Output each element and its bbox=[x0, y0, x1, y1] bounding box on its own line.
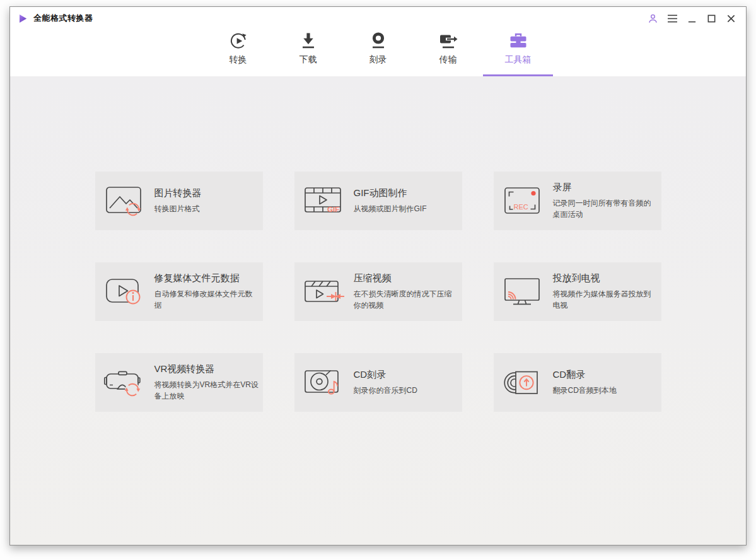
cd-burn-icon bbox=[303, 365, 348, 401]
tool-card-title: 图片转换器 bbox=[154, 187, 259, 199]
app-title: 全能格式转换器 bbox=[33, 13, 93, 24]
tab-download[interactable]: 下载 bbox=[273, 30, 343, 76]
tool-card-cast-to-tv[interactable]: 投放到电视 将视频作为媒体服务器投放到电视 bbox=[494, 262, 661, 321]
tool-card-title: VR视频转换器 bbox=[154, 363, 259, 375]
tool-card-description: 将视频转换为VR格式并在VR设备上放映 bbox=[154, 380, 259, 402]
tab-burn[interactable]: 刻录 bbox=[343, 30, 413, 76]
svg-text:REC: REC bbox=[513, 202, 528, 210]
gif-maker-icon: GIF bbox=[303, 183, 348, 219]
tab-toolbox[interactable]: 工具箱 bbox=[483, 30, 553, 76]
tab-convert[interactable]: 转换 bbox=[203, 30, 273, 76]
tool-card-title: 压缩视频 bbox=[354, 272, 458, 284]
cast-to-tv-icon bbox=[502, 274, 547, 310]
tab-transfer[interactable]: 传输 bbox=[413, 30, 483, 76]
tool-card-cd-burner[interactable]: CD刻录 刻录你的音乐到CD bbox=[294, 353, 462, 412]
transfer-icon bbox=[438, 31, 458, 51]
tool-card-description: 将视频作为媒体服务器投放到电视 bbox=[553, 289, 658, 311]
tool-card-description: 自动修复和修改媒体文件元数据 bbox=[154, 289, 259, 311]
tool-card-description: 转换图片格式 bbox=[154, 204, 259, 214]
tool-card-cd-ripper[interactable]: CD翻录 翻录CD音频到本地 bbox=[494, 353, 661, 412]
maximize-icon[interactable] bbox=[705, 12, 718, 25]
app-logo-icon bbox=[18, 13, 28, 24]
tool-card-description: 在不损失清晰度的情况下压缩你的视频 bbox=[354, 289, 458, 311]
titlebar: 全能格式转换器 bbox=[10, 7, 746, 30]
tool-card-fix-metadata[interactable]: 修复媒体文件元数据 自动修复和修改媒体文件元数据 bbox=[95, 262, 263, 321]
tool-card-title: CD刻录 bbox=[354, 369, 458, 381]
svg-text:GIF: GIF bbox=[327, 205, 339, 213]
menu-icon[interactable] bbox=[666, 12, 678, 25]
tool-card-title: 录屏 bbox=[553, 182, 658, 194]
tool-card-video-compressor[interactable]: 压缩视频 在不损失清晰度的情况下压缩你的视频 bbox=[294, 262, 462, 321]
download-icon bbox=[298, 31, 318, 51]
tool-card-gif-maker[interactable]: GIF GIF动图制作 从视频或图片制作GIF bbox=[294, 172, 462, 230]
toolbox-icon bbox=[508, 31, 528, 51]
tool-card-title: CD翻录 bbox=[553, 369, 658, 381]
burn-icon bbox=[368, 31, 388, 51]
app-window: 全能格式转换器 转换 下载 刻录 传输 bbox=[9, 6, 747, 545]
convert-icon bbox=[228, 31, 248, 51]
image-converter-icon bbox=[103, 183, 149, 219]
vr-converter-icon bbox=[103, 365, 149, 401]
cd-rip-icon bbox=[502, 365, 547, 401]
tool-card-title: 修复媒体文件元数据 bbox=[154, 272, 259, 284]
tool-card-title: GIF动图制作 bbox=[354, 187, 458, 199]
tool-card-description: 刻录你的音乐到CD bbox=[354, 385, 458, 396]
tool-card-vr-converter[interactable]: VR视频转换器 将视频转换为VR格式并在VR设备上放映 bbox=[95, 353, 263, 412]
toolbox-content: 图片转换器 转换图片格式 GIF GIF动图制作 从视频或图片制作GIF bbox=[10, 76, 746, 545]
tool-card-screen-recorder[interactable]: REC 录屏 记录同一时间所有带有音频的桌面活动 bbox=[494, 172, 661, 230]
window-controls bbox=[646, 12, 737, 25]
close-icon[interactable] bbox=[724, 12, 737, 25]
screen-recorder-icon: REC bbox=[502, 183, 547, 219]
tool-card-description: 从视频或图片制作GIF bbox=[354, 204, 458, 214]
account-icon[interactable] bbox=[646, 12, 659, 25]
main-nav: 转换 下载 刻录 传输 工具箱 bbox=[10, 30, 746, 76]
tool-card-description: 翻录CD音频到本地 bbox=[553, 385, 658, 396]
fix-metadata-icon bbox=[103, 274, 149, 310]
compress-video-icon bbox=[303, 274, 348, 310]
tool-card-title: 投放到电视 bbox=[553, 272, 658, 284]
tool-card-image-converter[interactable]: 图片转换器 转换图片格式 bbox=[95, 172, 263, 230]
minimize-icon[interactable] bbox=[685, 12, 698, 25]
tool-card-grid: 图片转换器 转换图片格式 GIF GIF动图制作 从视频或图片制作GIF bbox=[10, 76, 746, 412]
tool-card-description: 记录同一时间所有带有音频的桌面活动 bbox=[553, 198, 658, 220]
